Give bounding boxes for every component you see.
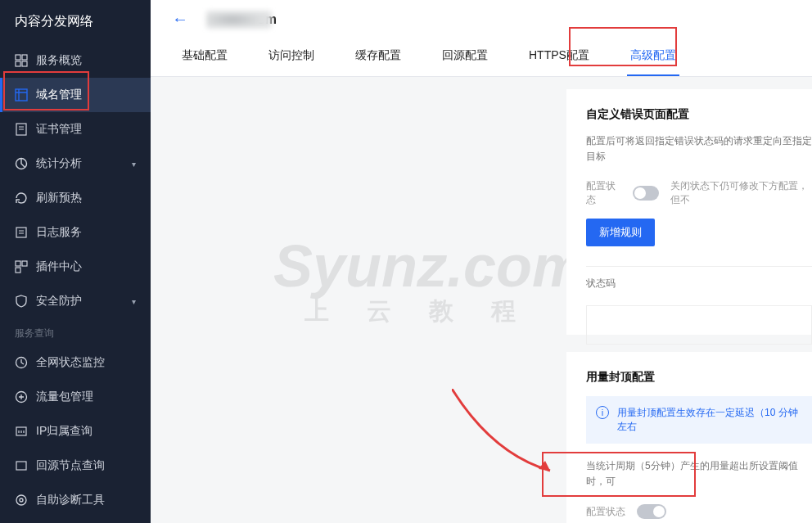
sidebar-item-domain[interactable]: 域名管理 — [0, 78, 151, 112]
shield-icon — [15, 295, 28, 308]
back-arrow-icon[interactable]: ← — [172, 10, 188, 29]
sidebar-item-diag[interactable]: 自助诊断工具 — [0, 483, 151, 517]
plugin-icon — [15, 260, 28, 273]
clock-icon — [15, 356, 28, 369]
sidebar-item-compliance[interactable]: 内容合规 — [0, 517, 151, 523]
sidebar-item-label: 日志服务 — [36, 225, 82, 240]
svg-rect-10 — [16, 268, 20, 273]
sidebar-item-label: IP归属查询 — [36, 424, 92, 439]
sidebar-item-label: 刷新预热 — [36, 191, 82, 205]
sidebar-item-label: 全网状态监控 — [36, 355, 105, 370]
sidebar: 内容分发网络 服务概览 域名管理 证书管理 统计分析 ▾ 刷新预热 — [0, 0, 151, 523]
tab-access[interactable]: 访问控制 — [265, 37, 318, 76]
table-col-status-code: 状态码 — [586, 266, 812, 300]
sidebar-group-label: 服务查询 — [0, 318, 151, 345]
tab-basic[interactable]: 基础配置 — [178, 37, 231, 76]
sidebar-item-label: 插件中心 — [36, 259, 82, 274]
chevron-down-icon: ▾ — [132, 160, 136, 169]
card-title: 用量封顶配置 — [586, 370, 812, 385]
sidebar-item-label: 回源节点查询 — [36, 458, 105, 473]
svg-rect-4 — [16, 89, 27, 101]
sidebar-item-origin[interactable]: 回源节点查询 — [0, 449, 151, 483]
sidebar-item-ip[interactable]: IP归属查询 — [0, 414, 151, 449]
sidebar-item-label: 域名管理 — [36, 88, 82, 102]
diag-icon — [15, 494, 28, 507]
svg-rect-1 — [22, 55, 27, 60]
node-icon — [15, 459, 28, 472]
svg-rect-14 — [16, 462, 26, 470]
globe-icon — [15, 88, 28, 101]
status-label: 配置状态 — [586, 179, 621, 207]
card-title: 自定义错误页面配置 — [586, 107, 812, 122]
info-icon: i — [596, 406, 609, 419]
sidebar-item-security[interactable]: 安全防护 ▾ — [0, 284, 151, 318]
status-label: 配置状态 — [586, 505, 625, 519]
card-desc: 当统计周期（5分钟）产生的用量超出所设置阈值时，可 — [586, 458, 812, 489]
sidebar-item-overview[interactable]: 服务概览 — [0, 43, 151, 78]
tab-advanced[interactable]: 高级配置 — [627, 37, 679, 76]
svg-rect-7 — [16, 228, 26, 237]
grid-icon — [15, 54, 28, 67]
sidebar-item-label: 统计分析 — [36, 156, 82, 171]
svg-rect-8 — [16, 261, 20, 266]
tab-origin[interactable]: 回源配置 — [439, 37, 491, 76]
status-hint: 关闭状态下仍可修改下方配置，但不 — [670, 179, 812, 207]
sidebar-item-label: 流量包管理 — [36, 390, 93, 404]
main: ← om 基础配置 访问控制 缓存配置 回源配置 HTTPS配置 高级配置 Sy… — [151, 0, 812, 523]
refresh-icon — [15, 192, 28, 205]
sidebar-title: 内容分发网络 — [0, 0, 151, 43]
svg-point-15 — [16, 495, 26, 505]
sidebar-item-label: 自助诊断工具 — [36, 493, 105, 507]
flow-icon — [15, 390, 28, 404]
table-empty — [586, 305, 812, 345]
log-icon — [15, 226, 28, 239]
status-toggle[interactable] — [633, 186, 659, 201]
svg-rect-0 — [16, 55, 20, 60]
svg-rect-9 — [22, 261, 27, 266]
tab-cache[interactable]: 缓存配置 — [352, 37, 404, 76]
sidebar-item-netstatus[interactable]: 全网状态监控 — [0, 345, 151, 380]
sidebar-item-label: 安全防护 — [36, 294, 82, 309]
add-rule-button[interactable]: 新增规则 — [586, 219, 655, 246]
card-custom-error: 自定义错误页面配置 配置后可将返回指定错误状态码的请求重定向至指定目标 配置状态… — [566, 89, 812, 335]
tabbar: 基础配置 访问控制 缓存配置 回源配置 HTTPS配置 高级配置 — [151, 37, 812, 77]
sidebar-item-cert[interactable]: 证书管理 — [0, 112, 151, 147]
tab-https[interactable]: HTTPS配置 — [526, 37, 593, 76]
sidebar-item-traffic[interactable]: 流量包管理 — [0, 380, 151, 414]
usage-status-toggle[interactable] — [637, 504, 666, 519]
sidebar-item-label: 证书管理 — [36, 122, 82, 137]
chevron-down-icon: ▾ — [132, 297, 136, 306]
info-banner: i 用量封顶配置生效存在一定延迟（10 分钟左右 — [586, 396, 812, 444]
sidebar-item-plugin[interactable]: 插件中心 — [0, 250, 151, 284]
card-usage-cap: 用量封顶配置 i 用量封顶配置生效存在一定延迟（10 分钟左右 当统计周期（5分… — [566, 352, 812, 523]
content: Syunz.com 上云教程 自定义错误页面配置 配置后可将返回指定错误状态码的… — [151, 77, 812, 523]
chart-icon — [15, 157, 28, 170]
sidebar-item-label: 服务概览 — [36, 53, 82, 68]
svg-rect-3 — [22, 61, 27, 66]
sidebar-item-stats[interactable]: 统计分析 ▾ — [0, 147, 151, 181]
sidebar-item-refresh[interactable]: 刷新预热 — [0, 181, 151, 215]
cert-icon — [15, 123, 28, 136]
svg-rect-2 — [16, 61, 20, 66]
sidebar-item-log[interactable]: 日志服务 — [0, 215, 151, 250]
header: ← om — [151, 0, 812, 37]
ip-icon — [15, 425, 28, 438]
domain-name-blurred — [206, 11, 272, 29]
info-text: 用量封顶配置生效存在一定延迟（10 分钟左右 — [617, 406, 802, 434]
card-desc: 配置后可将返回指定错误状态码的请求重定向至指定目标 — [586, 133, 812, 165]
svg-point-16 — [20, 498, 23, 502]
